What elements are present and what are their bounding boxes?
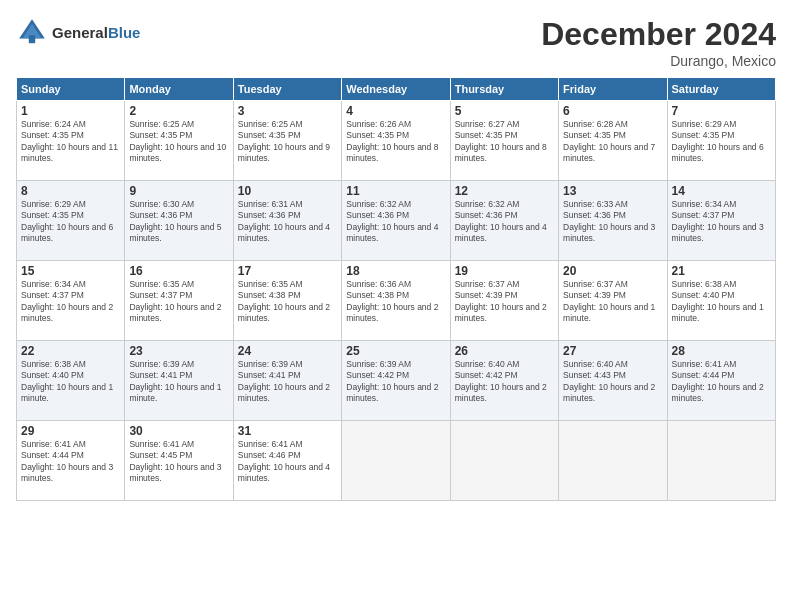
table-row: 18 Sunrise: 6:36 AM Sunset: 4:38 PM Dayl…: [342, 261, 450, 341]
day-number: 14: [672, 184, 771, 198]
table-row: 8 Sunrise: 6:29 AM Sunset: 4:35 PM Dayli…: [17, 181, 125, 261]
day-number: 4: [346, 104, 445, 118]
day-number: 2: [129, 104, 228, 118]
table-row: 12 Sunrise: 6:32 AM Sunset: 4:36 PM Dayl…: [450, 181, 558, 261]
calendar-row: 29 Sunrise: 6:41 AM Sunset: 4:44 PM Dayl…: [17, 421, 776, 501]
table-row: 26 Sunrise: 6:40 AM Sunset: 4:42 PM Dayl…: [450, 341, 558, 421]
day-info: Sunrise: 6:40 AM Sunset: 4:43 PM Dayligh…: [563, 359, 662, 405]
day-info: Sunrise: 6:39 AM Sunset: 4:42 PM Dayligh…: [346, 359, 445, 405]
day-info: Sunrise: 6:33 AM Sunset: 4:36 PM Dayligh…: [563, 199, 662, 245]
svg-rect-2: [29, 35, 35, 43]
day-info: Sunrise: 6:34 AM Sunset: 4:37 PM Dayligh…: [672, 199, 771, 245]
day-info: Sunrise: 6:34 AM Sunset: 4:37 PM Dayligh…: [21, 279, 120, 325]
day-number: 18: [346, 264, 445, 278]
table-row: 4 Sunrise: 6:26 AM Sunset: 4:35 PM Dayli…: [342, 101, 450, 181]
day-info: Sunrise: 6:37 AM Sunset: 4:39 PM Dayligh…: [455, 279, 554, 325]
col-saturday: Saturday: [667, 78, 775, 101]
day-number: 3: [238, 104, 337, 118]
header: GeneralBlue December 2024 Durango, Mexic…: [16, 16, 776, 69]
day-number: 5: [455, 104, 554, 118]
day-number: 7: [672, 104, 771, 118]
day-info: Sunrise: 6:35 AM Sunset: 4:37 PM Dayligh…: [129, 279, 228, 325]
table-row: 19 Sunrise: 6:37 AM Sunset: 4:39 PM Dayl…: [450, 261, 558, 341]
col-tuesday: Tuesday: [233, 78, 341, 101]
day-number: 10: [238, 184, 337, 198]
calendar-row: 8 Sunrise: 6:29 AM Sunset: 4:35 PM Dayli…: [17, 181, 776, 261]
location: Durango, Mexico: [541, 53, 776, 69]
day-number: 13: [563, 184, 662, 198]
day-info: Sunrise: 6:32 AM Sunset: 4:36 PM Dayligh…: [455, 199, 554, 245]
day-number: 19: [455, 264, 554, 278]
day-number: 26: [455, 344, 554, 358]
table-row: 20 Sunrise: 6:37 AM Sunset: 4:39 PM Dayl…: [559, 261, 667, 341]
day-info: Sunrise: 6:32 AM Sunset: 4:36 PM Dayligh…: [346, 199, 445, 245]
table-row: 3 Sunrise: 6:25 AM Sunset: 4:35 PM Dayli…: [233, 101, 341, 181]
day-number: 31: [238, 424, 337, 438]
table-row: 1 Sunrise: 6:24 AM Sunset: 4:35 PM Dayli…: [17, 101, 125, 181]
day-number: 23: [129, 344, 228, 358]
table-row: 2 Sunrise: 6:25 AM Sunset: 4:35 PM Dayli…: [125, 101, 233, 181]
table-row: 9 Sunrise: 6:30 AM Sunset: 4:36 PM Dayli…: [125, 181, 233, 261]
day-info: Sunrise: 6:27 AM Sunset: 4:35 PM Dayligh…: [455, 119, 554, 165]
day-info: Sunrise: 6:31 AM Sunset: 4:36 PM Dayligh…: [238, 199, 337, 245]
day-info: Sunrise: 6:24 AM Sunset: 4:35 PM Dayligh…: [21, 119, 120, 165]
table-row: 31 Sunrise: 6:41 AM Sunset: 4:46 PM Dayl…: [233, 421, 341, 501]
table-row: 10 Sunrise: 6:31 AM Sunset: 4:36 PM Dayl…: [233, 181, 341, 261]
day-info: Sunrise: 6:39 AM Sunset: 4:41 PM Dayligh…: [238, 359, 337, 405]
day-info: Sunrise: 6:28 AM Sunset: 4:35 PM Dayligh…: [563, 119, 662, 165]
day-info: Sunrise: 6:41 AM Sunset: 4:44 PM Dayligh…: [672, 359, 771, 405]
day-number: 27: [563, 344, 662, 358]
day-number: 30: [129, 424, 228, 438]
day-number: 29: [21, 424, 120, 438]
table-row: 16 Sunrise: 6:35 AM Sunset: 4:37 PM Dayl…: [125, 261, 233, 341]
day-number: 9: [129, 184, 228, 198]
col-friday: Friday: [559, 78, 667, 101]
day-info: Sunrise: 6:30 AM Sunset: 4:36 PM Dayligh…: [129, 199, 228, 245]
day-number: 21: [672, 264, 771, 278]
day-info: Sunrise: 6:36 AM Sunset: 4:38 PM Dayligh…: [346, 279, 445, 325]
table-row: 23 Sunrise: 6:39 AM Sunset: 4:41 PM Dayl…: [125, 341, 233, 421]
day-info: Sunrise: 6:41 AM Sunset: 4:46 PM Dayligh…: [238, 439, 337, 485]
table-row: 21 Sunrise: 6:38 AM Sunset: 4:40 PM Dayl…: [667, 261, 775, 341]
table-row: 15 Sunrise: 6:34 AM Sunset: 4:37 PM Dayl…: [17, 261, 125, 341]
day-info: Sunrise: 6:37 AM Sunset: 4:39 PM Dayligh…: [563, 279, 662, 325]
table-row: 6 Sunrise: 6:28 AM Sunset: 4:35 PM Dayli…: [559, 101, 667, 181]
table-row: 27 Sunrise: 6:40 AM Sunset: 4:43 PM Dayl…: [559, 341, 667, 421]
calendar-row: 15 Sunrise: 6:34 AM Sunset: 4:37 PM Dayl…: [17, 261, 776, 341]
table-row: 17 Sunrise: 6:35 AM Sunset: 4:38 PM Dayl…: [233, 261, 341, 341]
table-row: 29 Sunrise: 6:41 AM Sunset: 4:44 PM Dayl…: [17, 421, 125, 501]
day-number: 11: [346, 184, 445, 198]
day-info: Sunrise: 6:29 AM Sunset: 4:35 PM Dayligh…: [21, 199, 120, 245]
logo-icon: [16, 16, 48, 48]
day-number: 28: [672, 344, 771, 358]
logo-text: GeneralBlue: [52, 24, 140, 41]
table-row: 13 Sunrise: 6:33 AM Sunset: 4:36 PM Dayl…: [559, 181, 667, 261]
table-row: 11 Sunrise: 6:32 AM Sunset: 4:36 PM Dayl…: [342, 181, 450, 261]
table-row: [342, 421, 450, 501]
day-info: Sunrise: 6:35 AM Sunset: 4:38 PM Dayligh…: [238, 279, 337, 325]
page: GeneralBlue December 2024 Durango, Mexic…: [0, 0, 792, 612]
table-row: 24 Sunrise: 6:39 AM Sunset: 4:41 PM Dayl…: [233, 341, 341, 421]
table-row: 25 Sunrise: 6:39 AM Sunset: 4:42 PM Dayl…: [342, 341, 450, 421]
day-info: Sunrise: 6:41 AM Sunset: 4:45 PM Dayligh…: [129, 439, 228, 485]
day-number: 25: [346, 344, 445, 358]
day-number: 15: [21, 264, 120, 278]
col-thursday: Thursday: [450, 78, 558, 101]
header-row: Sunday Monday Tuesday Wednesday Thursday…: [17, 78, 776, 101]
day-number: 16: [129, 264, 228, 278]
day-number: 17: [238, 264, 337, 278]
day-info: Sunrise: 6:39 AM Sunset: 4:41 PM Dayligh…: [129, 359, 228, 405]
day-number: 8: [21, 184, 120, 198]
table-row: 22 Sunrise: 6:38 AM Sunset: 4:40 PM Dayl…: [17, 341, 125, 421]
calendar-row: 22 Sunrise: 6:38 AM Sunset: 4:40 PM Dayl…: [17, 341, 776, 421]
logo: GeneralBlue: [16, 16, 140, 48]
day-number: 20: [563, 264, 662, 278]
month-title: December 2024: [541, 16, 776, 53]
title-area: December 2024 Durango, Mexico: [541, 16, 776, 69]
day-info: Sunrise: 6:25 AM Sunset: 4:35 PM Dayligh…: [129, 119, 228, 165]
table-row: 7 Sunrise: 6:29 AM Sunset: 4:35 PM Dayli…: [667, 101, 775, 181]
day-info: Sunrise: 6:38 AM Sunset: 4:40 PM Dayligh…: [672, 279, 771, 325]
col-sunday: Sunday: [17, 78, 125, 101]
table-row: [667, 421, 775, 501]
day-info: Sunrise: 6:38 AM Sunset: 4:40 PM Dayligh…: [21, 359, 120, 405]
